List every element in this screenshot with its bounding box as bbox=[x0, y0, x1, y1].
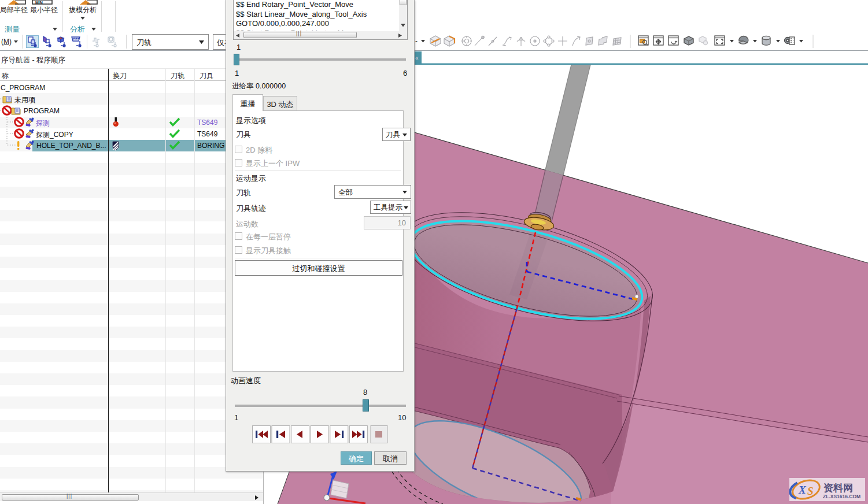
svg-text:S: S bbox=[807, 485, 814, 497]
svg-text:MIN: MIN bbox=[35, 1, 43, 5]
svg-text:X: X bbox=[798, 484, 807, 496]
svg-text:资料网: 资料网 bbox=[823, 483, 853, 494]
svg-text:-: - bbox=[415, 37, 418, 45]
svg-text:«: « bbox=[415, 55, 419, 61]
svg-text:ZL.XS1616.COM: ZL.XS1616.COM bbox=[823, 494, 860, 499]
